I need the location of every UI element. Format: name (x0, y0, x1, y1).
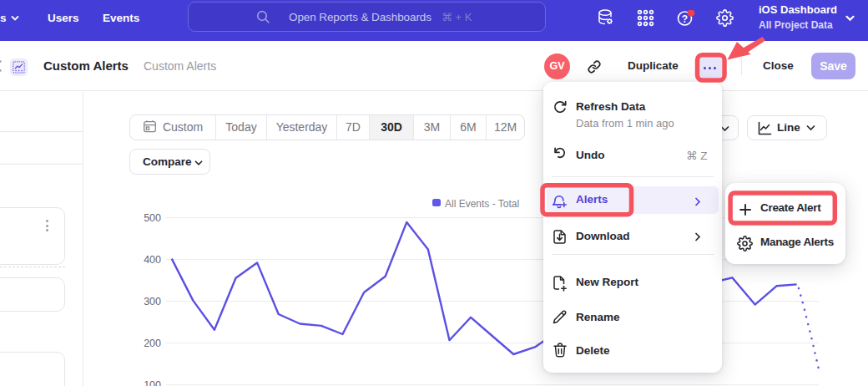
svg-text:500: 500 (144, 212, 161, 224)
svg-text:400: 400 (144, 254, 161, 266)
svg-text:300: 300 (144, 296, 161, 307)
svg-text:100: 100 (144, 379, 161, 386)
svg-text:?: ? (682, 13, 688, 25)
svg-text:200: 200 (144, 338, 161, 349)
